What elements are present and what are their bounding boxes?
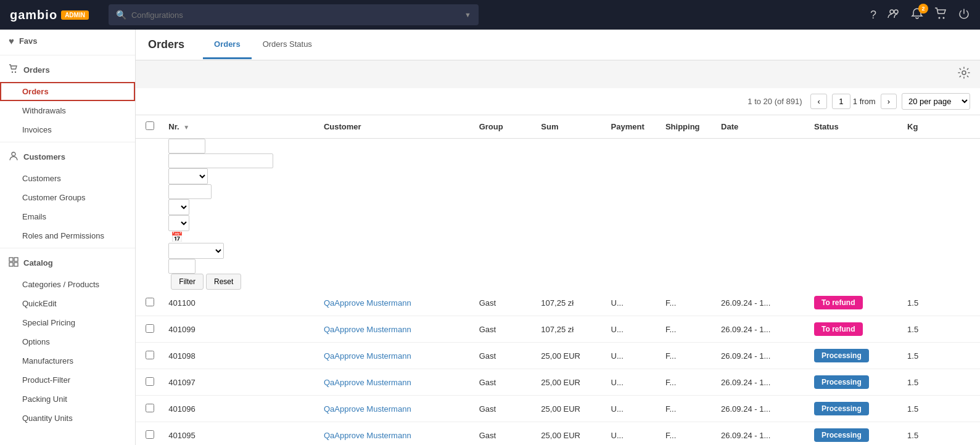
sidebar-item-quantity-units[interactable]: Quantity Units (0, 409, 135, 428)
calendar-icon[interactable]: 📅 (168, 231, 186, 243)
cart-section-icon (9, 64, 19, 76)
status-badge: Processing (814, 349, 869, 362)
row-shipping: F... (661, 343, 716, 369)
sidebar-item-packing-unit[interactable]: Packing Unit (0, 390, 135, 409)
search-input[interactable] (131, 10, 459, 20)
header-customer[interactable]: Customer (319, 115, 474, 139)
person-icon (9, 151, 19, 163)
header-status[interactable]: Status (809, 115, 902, 139)
row-checkbox[interactable] (146, 377, 154, 386)
filter-payment-select[interactable] (168, 199, 189, 215)
header-date[interactable]: Date (716, 115, 809, 139)
header-payment[interactable]: Payment (606, 115, 661, 139)
pagination-prev-btn[interactable]: ‹ (810, 94, 826, 109)
tab-orders[interactable]: Orders (203, 31, 252, 59)
row-checkbox[interactable] (146, 351, 154, 359)
filter-customer-input[interactable] (168, 153, 273, 168)
tab-orders-status[interactable]: Orders Status (252, 31, 323, 59)
filter-actions-cell: Filter Reset (163, 274, 188, 290)
sidebar-item-roles-permissions[interactable]: Roles and Permissions (0, 226, 135, 245)
row-checkbox[interactable] (146, 324, 154, 333)
notifications-icon[interactable]: 2 (911, 7, 923, 23)
filter-nr-input[interactable] (168, 139, 205, 153)
row-action (949, 343, 980, 369)
filter-group-select[interactable] (168, 168, 208, 184)
row-date: 26.09.24 - 1... (716, 369, 809, 396)
row-payment: U... (606, 369, 661, 396)
row-checkbox-cell (136, 290, 163, 316)
table-row: 401096 QaApprove Mustermann Gast 25,00 E… (136, 396, 980, 422)
sidebar-item-emails[interactable]: Emails (0, 207, 135, 226)
sidebar-section-orders[interactable]: Orders (0, 58, 135, 82)
sidebar-item-customer-groups[interactable]: Customer Groups (0, 188, 135, 207)
filter-kg-cell (163, 259, 200, 274)
pagination-page-input[interactable] (832, 94, 850, 109)
gear-settings-icon[interactable] (958, 67, 970, 82)
select-all-checkbox[interactable] (146, 121, 154, 130)
row-group: Gast (474, 422, 537, 446)
row-checkbox-cell (136, 369, 163, 396)
sidebar-section-customers[interactable]: Customers (0, 145, 135, 169)
header-sum[interactable]: Sum (536, 115, 606, 139)
row-shipping: F... (661, 369, 716, 396)
row-customer[interactable]: QaApprove Mustermann (319, 422, 474, 446)
row-sum: 25,00 EUR (536, 396, 606, 422)
header-kg[interactable]: Kg (902, 115, 949, 139)
reset-button[interactable]: Reset (206, 274, 241, 290)
sidebar-item-product-filter[interactable]: Product-Filter (0, 370, 135, 390)
row-customer[interactable]: QaApprove Mustermann (319, 316, 474, 343)
row-payment: U... (606, 316, 661, 343)
sidebar-item-categories-products[interactable]: Categories / Products (0, 275, 135, 294)
row-customer[interactable]: QaApprove Mustermann (319, 343, 474, 369)
header-group[interactable]: Group (474, 115, 537, 139)
sidebar-item-special-pricing[interactable]: Special Pricing (0, 313, 135, 332)
catalog-icon (9, 257, 19, 269)
row-sum: 25,00 EUR (536, 343, 606, 369)
sidebar-section-favs[interactable]: ♥ Favs (0, 30, 135, 52)
row-checkbox[interactable] (146, 404, 154, 412)
row-checkbox-cell (136, 396, 163, 422)
sidebar-item-options[interactable]: Options (0, 332, 135, 351)
row-nr: 401099 (163, 316, 319, 343)
row-sum: 25,00 EUR (536, 369, 606, 396)
sidebar-item-orders[interactable]: Orders (0, 82, 135, 101)
table-row: 401095 QaApprove Mustermann Gast 25,00 E… (136, 422, 980, 446)
search-dropdown-arrow[interactable]: ▼ (464, 11, 471, 18)
filter-shipping-select[interactable] (168, 215, 189, 231)
pagination-next-btn[interactable]: › (881, 94, 897, 109)
row-group: Gast (474, 369, 537, 396)
users-icon[interactable] (887, 7, 900, 23)
row-checkbox[interactable] (146, 298, 154, 306)
row-checkbox-cell (136, 343, 163, 369)
sidebar-item-invoices[interactable]: Invoices (0, 120, 135, 139)
sidebar-item-customers[interactable]: Customers (0, 169, 135, 188)
cart-icon[interactable] (934, 7, 947, 23)
row-customer[interactable]: QaApprove Mustermann (319, 290, 474, 316)
help-icon[interactable]: ? (870, 9, 876, 22)
main-layout: ♥ Favs Orders Orders Withdrawals Invoice… (0, 30, 980, 445)
row-nr: 401098 (163, 343, 319, 369)
svg-point-4 (12, 71, 13, 73)
sidebar-item-quickedit[interactable]: QuickEdit (0, 294, 135, 313)
search-box[interactable]: 🔍 ▼ (109, 4, 479, 25)
sidebar-item-withdrawals[interactable]: Withdrawals (0, 101, 135, 120)
header-nr[interactable]: Nr. ▼ (163, 115, 319, 139)
perpage-select[interactable]: 20 per page 50 per page 100 per page (902, 93, 970, 110)
filter-button[interactable]: Filter (171, 274, 204, 290)
row-shipping: F... (661, 316, 716, 343)
filter-kg-input[interactable] (168, 259, 196, 274)
row-action (949, 396, 980, 422)
sidebar-section-catalog[interactable]: Catalog (0, 251, 135, 275)
header-shipping[interactable]: Shipping (661, 115, 716, 139)
row-customer[interactable]: QaApprove Mustermann (319, 369, 474, 396)
status-badge: Processing (814, 402, 869, 415)
table-row: 401100 QaApprove Mustermann Gast 107,25 … (136, 290, 980, 316)
row-nr: 401097 (163, 369, 319, 396)
table-row: 401098 QaApprove Mustermann Gast 25,00 E… (136, 343, 980, 369)
filter-sum-input[interactable] (168, 184, 212, 199)
row-customer[interactable]: QaApprove Mustermann (319, 396, 474, 422)
filter-status-select[interactable] (168, 243, 224, 259)
power-icon[interactable] (958, 7, 970, 23)
row-checkbox[interactable] (146, 430, 154, 439)
sidebar-item-manufacturers[interactable]: Manufacturers (0, 351, 135, 370)
